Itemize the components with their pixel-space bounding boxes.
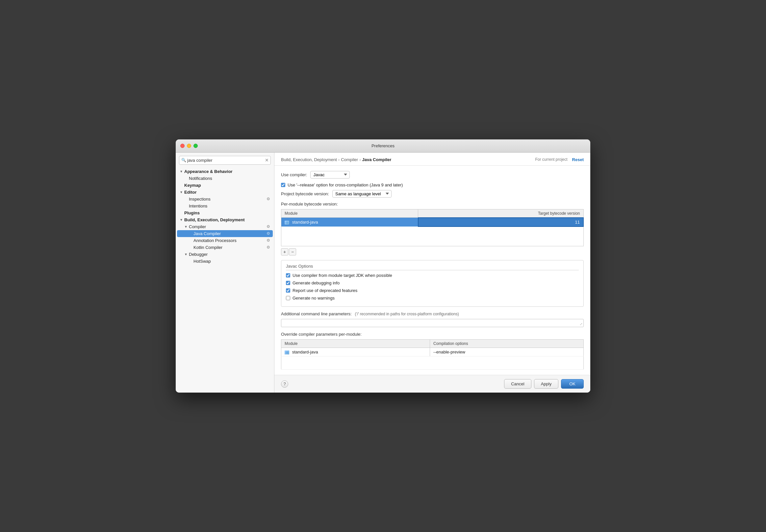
use-release-option-checkbox[interactable] xyxy=(281,183,285,187)
sidebar-item-label: Debugger xyxy=(189,252,208,257)
breadcrumb-part-2: Compiler xyxy=(341,157,358,162)
module-icon xyxy=(284,351,289,354)
override-options-cell: --enable-preview xyxy=(430,348,584,356)
chevron-right-icon: ▼ xyxy=(184,253,189,256)
sidebar-item-kotlin-compiler[interactable]: Kotlin Compiler ⚙ xyxy=(177,244,273,251)
module-col-header: Module xyxy=(281,209,418,218)
sidebar-item-appearance-behavior[interactable]: ▼ Appearance & Behavior xyxy=(177,168,273,175)
sidebar-item-label: HotSwap xyxy=(193,259,211,264)
empty-row xyxy=(281,227,584,246)
sidebar-item-hotswap[interactable]: HotSwap xyxy=(177,258,273,265)
cmd-input-wrap: ⤢ xyxy=(281,319,584,327)
version-col-header: Target bytecode version xyxy=(418,209,583,218)
module-table-toolbar: + − xyxy=(281,248,584,255)
content-header: Build, Execution, Deployment › Compiler … xyxy=(274,153,590,166)
generate-debug-label: Generate debugging info xyxy=(292,280,339,285)
gear-icon: ⚙ xyxy=(266,224,270,229)
compiler-select[interactable]: Javac xyxy=(310,171,350,179)
version-cell[interactable]: 11 xyxy=(418,218,583,227)
content-body: Use compiler: Javac Use '--release' opti… xyxy=(274,166,590,375)
javac-options-title: Javac Options xyxy=(286,264,579,270)
sidebar-item-keymap[interactable]: Keymap xyxy=(177,182,273,189)
sidebar-item-label: Intentions xyxy=(189,204,207,208)
help-button[interactable]: ? xyxy=(281,380,288,388)
traffic-lights xyxy=(180,144,198,148)
sidebar-item-notifications[interactable]: Notifications xyxy=(177,175,273,182)
override-module-header: Module xyxy=(281,340,430,348)
module-icon xyxy=(284,221,289,225)
no-warnings-label: Generate no warnings xyxy=(292,296,334,301)
generate-debug-checkbox[interactable] xyxy=(286,281,290,285)
maximize-button[interactable] xyxy=(193,144,198,148)
use-release-option-label: Use '--release' option for cross-compila… xyxy=(287,182,403,187)
gear-icon: ⚙ xyxy=(266,245,270,250)
project-bytecode-row: Project bytecode version: Same as langua… xyxy=(281,190,584,198)
content-footer: ? Cancel Apply OK xyxy=(274,375,590,393)
apply-button[interactable]: Apply xyxy=(534,379,559,389)
sidebar-item-label: Compiler xyxy=(189,224,206,229)
bytecode-version-select[interactable]: Same as language level xyxy=(332,190,392,198)
use-compiler-label: Use compiler: xyxy=(281,172,307,177)
override-table: Module Compilation options standard-java… xyxy=(281,339,584,370)
additional-cmd-input[interactable] xyxy=(281,319,584,327)
generate-debug-row: Generate debugging info xyxy=(286,280,579,285)
sidebar-item-label: Kotlin Compiler xyxy=(193,245,222,250)
close-button[interactable] xyxy=(180,144,185,148)
chevron-down-icon: ▼ xyxy=(184,225,189,229)
use-release-option-row: Use '--release' option for cross-compila… xyxy=(281,182,584,187)
use-compiler-module-checkbox[interactable] xyxy=(286,273,290,278)
add-module-button[interactable]: + xyxy=(281,248,288,255)
clear-search-button[interactable]: ✕ xyxy=(265,158,269,162)
sidebar-item-inspections[interactable]: Inspections ⚙ xyxy=(177,196,273,203)
module-table: Module Target bytecode version standard-… xyxy=(281,209,584,247)
sidebar-item-java-compiler[interactable]: Java Compiler ⚙ xyxy=(177,230,273,237)
main-content: 🔍 ✕ ▼ Appearance & Behavior Notification… xyxy=(176,153,590,393)
report-deprecated-checkbox[interactable] xyxy=(286,288,290,293)
titlebar: Preferences xyxy=(176,139,590,153)
use-compiler-row: Use compiler: Javac xyxy=(281,171,584,179)
override-label: Override compiler parameters per-module: xyxy=(281,332,584,337)
sidebar-item-editor[interactable]: ▼ Editor xyxy=(177,189,273,196)
remove-module-button[interactable]: − xyxy=(289,248,296,255)
sidebar-item-debugger[interactable]: ▼ Debugger xyxy=(177,251,273,258)
per-module-label: Per-module bytecode version: xyxy=(281,202,584,206)
ok-button[interactable]: OK xyxy=(561,379,584,389)
module-cell: standard-java xyxy=(281,218,418,227)
report-deprecated-row: Report use of deprecated features xyxy=(286,288,579,293)
table-row[interactable]: standard-java --enable-preview xyxy=(281,348,584,356)
table-row[interactable]: standard-java 11 xyxy=(281,218,584,227)
sidebar-item-plugins[interactable]: Plugins xyxy=(177,209,273,216)
sidebar-item-label: Annotation Processors xyxy=(193,238,236,243)
additional-cmd-label: Additional command line parameters: xyxy=(281,311,352,316)
sidebar-item-label: Notifications xyxy=(189,176,212,181)
sidebar-tree: ▼ Appearance & Behavior Notifications Ke… xyxy=(176,168,274,390)
preferences-window: Preferences 🔍 ✕ ▼ Appearance & Behavior … xyxy=(176,139,590,393)
sidebar-item-label: Plugins xyxy=(184,210,200,215)
module-name: standard-java xyxy=(292,220,318,225)
sidebar-item-label: Editor xyxy=(184,190,197,195)
breadcrumb-sep-2: › xyxy=(359,157,360,162)
content-panel: Build, Execution, Deployment › Compiler … xyxy=(274,153,590,393)
no-warnings-row: Generate no warnings xyxy=(286,296,579,301)
minimize-button[interactable] xyxy=(187,144,191,148)
expand-icon: ⤢ xyxy=(580,322,582,326)
sidebar-item-label: Build, Execution, Deployment xyxy=(184,217,244,222)
cancel-button[interactable]: Cancel xyxy=(504,379,531,389)
no-warnings-checkbox[interactable] xyxy=(286,296,290,300)
use-compiler-module-label: Use compiler from module target JDK when… xyxy=(292,273,392,278)
breadcrumb-part-3: Java Compiler xyxy=(362,157,392,162)
chevron-down-icon: ▼ xyxy=(180,190,184,194)
sidebar-item-annotation-processors[interactable]: Annotation Processors ⚙ xyxy=(177,237,273,244)
sidebar-item-intentions[interactable]: Intentions xyxy=(177,203,273,209)
use-compiler-module-row: Use compiler from module target JDK when… xyxy=(286,273,579,278)
reset-button[interactable]: Reset xyxy=(572,157,584,162)
sidebar-item-build-execution-deployment[interactable]: ▼ Build, Execution, Deployment xyxy=(177,216,273,223)
breadcrumb-sep-1: › xyxy=(338,157,339,162)
sidebar-item-compiler[interactable]: ▼ Compiler ⚙ xyxy=(177,223,273,230)
search-input[interactable] xyxy=(179,156,271,165)
gear-icon: ⚙ xyxy=(266,238,270,243)
additional-cmd-row: Additional command line parameters: ('/'… xyxy=(281,311,584,316)
sidebar-item-label: Inspections xyxy=(189,197,210,202)
gear-icon: ⚙ xyxy=(266,231,270,236)
sidebar-item-label: Appearance & Behavior xyxy=(184,169,233,174)
